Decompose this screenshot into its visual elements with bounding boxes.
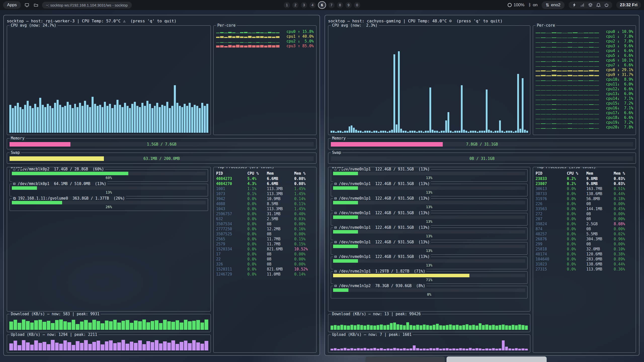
spark-bar	[552, 123, 556, 124]
process-cell-memp: 0.15%	[294, 242, 314, 247]
chart-bar	[505, 347, 508, 350]
spark-bar	[541, 123, 546, 124]
disks-panel: Disks ⊟ /dev/mmcblk0p2 17.4GB / 28.8GB (…	[7, 167, 211, 311]
top-processes-panel: Top Processes (1790 total) PID CPU % Mem…	[533, 167, 636, 353]
core-row: cpu0 ↑ 15.8%	[216, 29, 314, 34]
core-row: cpu19↓ 7.2%	[536, 120, 633, 125]
chart-bar	[434, 131, 436, 133]
terminal-tab[interactable]: ~: socktop ws://192.168.1.104:3031/ws - …	[42, 2, 132, 9]
core-row: cpu18↓ 6.6%	[536, 115, 633, 120]
spark-bar	[589, 61, 594, 62]
process-row: 310230.0%138.6MB0.44%	[536, 262, 633, 267]
chart-bar	[179, 106, 181, 133]
clock[interactable]: 23:32 Fri	[616, 1, 641, 9]
chart-bar	[436, 131, 438, 133]
spark-bar	[562, 81, 567, 81]
chart-bar	[136, 106, 138, 133]
chart-bar	[87, 105, 89, 133]
spark-bar	[268, 42, 271, 43]
process-row: 170.0%0B0.00%	[216, 252, 314, 257]
spark-bar	[552, 114, 556, 114]
apps-button[interactable]: Apps	[3, 1, 21, 9]
spark-bar	[573, 66, 578, 67]
workspace-button-4[interactable]: 4	[309, 2, 316, 8]
chart-bar	[47, 104, 49, 133]
workspace-button-6[interactable]: 6	[318, 1, 326, 9]
spark-bar	[562, 42, 567, 43]
workspace-button-7[interactable]: 7	[328, 2, 335, 8]
chart-bar	[97, 341, 100, 350]
process-cell-cpu: 0.0%	[567, 196, 586, 201]
chart-bar	[97, 321, 100, 330]
battery-indicator[interactable]: 100%	[508, 3, 524, 8]
workspace-button-8[interactable]: 8	[337, 2, 343, 8]
bluetooth-indicator[interactable]: ᛒ on	[529, 3, 538, 8]
spark-bar	[252, 33, 256, 33]
workspace-button-2[interactable]: 2	[292, 2, 299, 8]
upload-panel: Upload (KB/s) — now: 1294 | peak: 2211	[7, 335, 211, 353]
chart-bar	[466, 324, 468, 330]
signal-bars-icon[interactable]	[580, 3, 585, 7]
network-indicator[interactable]: ⇅ eno2	[542, 1, 565, 9]
chart-bar	[169, 108, 171, 133]
process-cell-pid: 1073	[216, 191, 247, 196]
spark-bar	[552, 57, 556, 57]
chart-bar	[515, 131, 517, 133]
workspace-button-9[interactable]: 9	[345, 2, 352, 8]
spark-bar	[552, 90, 556, 90]
chart-bar	[462, 325, 465, 330]
desktop: Apps ~: socktop ws://192.168.1.104:3031/…	[0, 0, 644, 362]
header-memp: Mem %	[614, 171, 633, 176]
process-cell-pid: 299	[536, 242, 567, 247]
battery-label: 100%	[513, 3, 524, 8]
disk-percent-label: 13%	[333, 248, 525, 253]
process-row: 8740.0%0B0.00%	[536, 227, 633, 232]
process-cell-cpu: 0.0%	[247, 262, 267, 267]
layers-icon[interactable]	[588, 3, 593, 7]
power-profile-icon[interactable]	[572, 3, 577, 7]
core-label: cpu6 ↑ 10.1%	[601, 58, 633, 63]
chart-bar	[67, 102, 69, 133]
chart-bar	[76, 107, 78, 133]
process-cell-pid: 23833	[536, 176, 567, 181]
process-cell-memp: 8.08%	[614, 221, 633, 227]
spark-bar	[589, 104, 594, 105]
spark-bar	[541, 85, 546, 86]
chart-bar	[124, 103, 126, 133]
chart-bar	[151, 108, 153, 133]
terminal-window-right[interactable]: socktop — host: cachyos-gaming | CPU Tem…	[325, 15, 639, 356]
chart-bar	[470, 131, 472, 133]
process-cell-cpu: 0.0%	[247, 232, 267, 237]
disk-bar-fill	[333, 288, 348, 292]
spark-bar	[573, 114, 578, 114]
spark-bar	[557, 100, 562, 100]
workspace-button-1[interactable]: 1	[284, 2, 290, 8]
workspace-button-0[interactable]: 0	[354, 2, 360, 8]
spark-bar	[589, 66, 594, 67]
network-label: eno2	[551, 3, 560, 8]
window-icon[interactable]	[24, 2, 30, 8]
disk-bar-track	[12, 186, 206, 190]
core-label: cpu1 ↓ 7.8%	[601, 34, 633, 39]
workspace-button-3[interactable]: 3	[301, 2, 307, 8]
terminal-window-left[interactable]: socktop — host: rpi-worker-3 | CPU Temp:…	[3, 15, 320, 356]
disk-bar-fill	[333, 186, 358, 190]
chart-bar	[373, 348, 376, 350]
spark-bar	[594, 105, 599, 105]
core-row: cpu10↓ 8.9%	[536, 77, 633, 82]
chart-bar	[97, 106, 99, 133]
disk-percent-label: 71%	[333, 277, 525, 282]
chart-bar	[122, 340, 125, 350]
spark-bar	[552, 80, 556, 81]
spark-bar	[536, 62, 540, 62]
core-label: cpu0 ↓ 10.9%	[601, 29, 633, 34]
bell-icon[interactable]	[596, 3, 601, 7]
chart-bar	[474, 131, 476, 133]
spark-bar	[546, 114, 551, 114]
files-icon[interactable]	[33, 2, 39, 8]
process-cell-pid: 23807	[536, 181, 567, 186]
chart-bar	[84, 101, 86, 133]
power-icon[interactable]	[604, 3, 609, 7]
spark-bar	[578, 57, 583, 57]
disk-bar-track	[333, 215, 525, 219]
